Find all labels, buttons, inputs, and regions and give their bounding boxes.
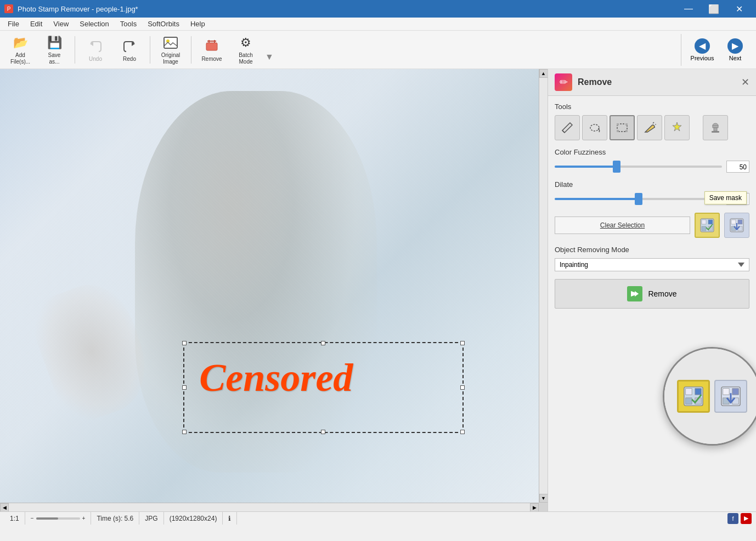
toolbar-separator-3: [191, 36, 191, 64]
svg-rect-43: [732, 389, 738, 395]
handle-middle-left[interactable]: [182, 385, 187, 390]
menu-file[interactable]: File: [2, 19, 25, 29]
add-files-label: AddFile(s)...: [10, 52, 30, 65]
zoom-plus-icon[interactable]: +: [82, 515, 86, 521]
save-mask-button[interactable]: [695, 213, 720, 238]
redo-button[interactable]: Redo: [114, 34, 145, 66]
stamp-tool-button[interactable]: [703, 115, 728, 140]
object-removing-mode-label: Object Removing Mode: [555, 246, 749, 254]
menu-view[interactable]: View: [48, 19, 74, 29]
toolbox-title: Remove: [578, 77, 612, 87]
maximize-button[interactable]: ⬜: [701, 0, 726, 18]
dilate-track[interactable]: [555, 198, 722, 200]
batch-mode-label: BatchMode: [239, 52, 253, 65]
redo-label: Redo: [123, 56, 136, 62]
time-value: 5.6: [125, 515, 134, 522]
original-image-button[interactable]: OriginalImage: [155, 34, 187, 66]
svg-rect-21: [713, 126, 718, 128]
load-mask-button[interactable]: [724, 213, 749, 238]
zoom-slider[interactable]: [36, 517, 80, 520]
magnifier-zoomed-buttons: [677, 380, 747, 413]
close-button[interactable]: ✕: [726, 0, 752, 18]
tools-row: [555, 115, 749, 140]
menu-edit[interactable]: Edit: [25, 19, 48, 29]
remove-button[interactable]: Remove: [555, 279, 749, 309]
facebook-icon[interactable]: f: [727, 513, 738, 524]
toolbox-close-button[interactable]: ✕: [741, 76, 749, 88]
redo-icon: [121, 37, 138, 55]
handle-bottom-middle[interactable]: [321, 430, 325, 434]
scroll-track-horizontal[interactable]: [9, 503, 530, 512]
title-bar-controls: — ⬜ ✕: [676, 0, 752, 18]
zoom-control[interactable]: 1:1: [10, 515, 19, 522]
handle-bottom-left[interactable]: [182, 430, 187, 434]
toolbox-header: ✏ Remove ✕: [548, 69, 756, 96]
handle-middle-right[interactable]: [460, 385, 465, 390]
handle-top-middle[interactable]: [321, 341, 325, 345]
lasso-tool-button[interactable]: [582, 115, 607, 140]
svg-rect-2: [164, 37, 177, 48]
info-status-section[interactable]: ℹ: [223, 512, 237, 525]
zoom-minus-icon[interactable]: −: [31, 515, 34, 521]
svg-rect-42: [723, 389, 729, 395]
menu-softorbits[interactable]: SoftOrbits: [142, 19, 185, 29]
image-canvas: Censored: [0, 69, 539, 503]
next-button[interactable]: ▶ Next: [719, 34, 752, 66]
scroll-down-button[interactable]: ▼: [539, 494, 548, 503]
title-bar: P Photo Stamp Remover - people-1.jpg* — …: [0, 0, 756, 18]
pencil-tool-button[interactable]: [555, 115, 580, 140]
svg-rect-38: [695, 389, 701, 395]
dilate-thumb[interactable]: [635, 193, 642, 205]
auto-wand-tool-button[interactable]: [664, 115, 690, 140]
handle-bottom-right[interactable]: [460, 430, 465, 434]
color-fuzziness-track[interactable]: [555, 166, 722, 168]
color-fuzziness-value[interactable]: 50: [726, 161, 749, 173]
more-options-button[interactable]: ▼: [265, 52, 274, 66]
horizontal-scrollbar[interactable]: ◀ ▶: [0, 503, 539, 511]
selection-rectangle[interactable]: [183, 342, 464, 433]
handle-top-left[interactable]: [182, 341, 187, 345]
svg-rect-16: [625, 130, 628, 132]
menu-selection[interactable]: Selection: [74, 19, 114, 29]
previous-button[interactable]: ◀ Previous: [686, 34, 719, 66]
save-as-button[interactable]: 💾 Saveas...: [38, 34, 70, 66]
undo-label: Undo: [89, 56, 102, 62]
info-icon: ℹ: [228, 515, 231, 522]
zoom-status-section: 1:1: [4, 512, 25, 525]
status-bar: 1:1 − + Time (s): 5.6 JPG (1920x1280x24)…: [0, 511, 756, 525]
youtube-icon[interactable]: ▶: [741, 513, 752, 524]
remove-toolbar-button[interactable]: Remove: [196, 34, 228, 66]
batch-mode-icon: ⚙: [237, 35, 255, 51]
tools-spacer: [692, 115, 701, 140]
object-removing-mode-select[interactable]: Inpainting Smart Fill Average: [555, 258, 749, 271]
undo-button[interactable]: Undo: [80, 34, 111, 66]
magnifier-overlay: [663, 347, 756, 446]
magic-wand-tool-button[interactable]: [637, 115, 662, 140]
clear-selection-button[interactable]: Clear Selection: [555, 217, 690, 234]
remove-button-label: Remove: [648, 289, 676, 298]
svg-rect-26: [708, 220, 713, 224]
scroll-up-button[interactable]: ▲: [539, 69, 548, 78]
toolbox-content: Tools: [548, 96, 756, 511]
svg-rect-39: [686, 398, 692, 404]
toolbox-title-area: ✏ Remove: [555, 73, 612, 91]
save-mask-tooltip-text: Save mask: [709, 194, 742, 202]
rect-select-tool-button[interactable]: [610, 115, 635, 140]
handle-top-right[interactable]: [460, 341, 465, 345]
scroll-right-button[interactable]: ▶: [530, 503, 539, 512]
add-files-button[interactable]: 📂 AddFile(s)...: [4, 34, 36, 66]
batch-mode-button[interactable]: ⚙ BatchMode: [230, 34, 262, 66]
menu-bar: File Edit View Selection Tools SoftOrbit…: [0, 18, 756, 31]
color-fuzziness-thumb[interactable]: [613, 161, 620, 173]
svg-rect-37: [686, 389, 692, 395]
dimensions-status-section: (1920x1280x24): [164, 512, 223, 525]
color-fuzziness-label: Color Fuzziness: [555, 148, 749, 156]
scroll-left-button[interactable]: ◀: [0, 503, 9, 512]
menu-help[interactable]: Help: [185, 19, 211, 29]
vertical-scrollbar[interactable]: ▲ ▼: [539, 69, 548, 503]
menu-tools[interactable]: Tools: [115, 19, 142, 29]
canvas-area[interactable]: Censored ▲ ▼ ◀ ▶: [0, 69, 548, 511]
social-icons: f ▶: [727, 513, 752, 524]
scroll-track-vertical[interactable]: [539, 78, 548, 494]
minimize-button[interactable]: —: [676, 0, 701, 18]
